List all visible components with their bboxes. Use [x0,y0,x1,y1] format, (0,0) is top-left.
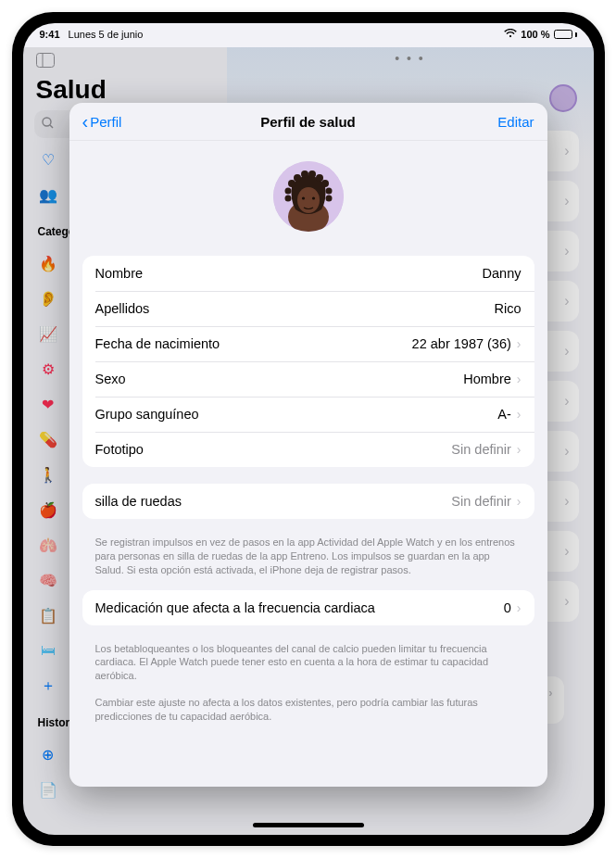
svg-point-9 [301,170,308,178]
chevron-right-icon: › [517,336,522,351]
modal-title: Perfil de salud [69,114,547,130]
medication-footer-2: Cambiar este ajuste no afecta a los dato… [69,696,547,737]
svg-point-7 [288,180,295,187]
health-profile-modal: ‹ Perfil Perfil de salud Editar [69,103,547,787]
sex-label: Sexo [95,372,126,386]
modal-body: Nombre Danny Apellidos Rico Fecha de nac… [69,141,547,787]
svg-point-12 [321,180,329,187]
profile-avatar[interactable] [273,161,344,232]
chevron-right-icon: › [517,494,522,509]
blood-label: Grupo sanguíneo [95,407,199,422]
blood-value: A- [497,407,511,422]
name-row: Nombre Danny [82,256,534,291]
sex-value: Hombre [463,372,511,386]
chevron-right-icon: › [517,372,522,386]
phototype-value: Sin definir [451,442,510,457]
chevron-right-icon: › [517,407,522,422]
chevron-right-icon: › [517,442,522,457]
wheelchair-label: silla de ruedas [95,494,182,509]
medication-row[interactable]: Medicación que afecta a la frecuencia ca… [82,590,534,625]
chevron-left-icon: ‹ [82,112,89,131]
svg-point-8 [294,174,301,182]
svg-point-11 [316,174,323,182]
screen: 9:41 Lunes 5 de junio 100 % [23,23,594,835]
back-label: Perfil [90,114,121,130]
personal-info-group: Nombre Danny Apellidos Rico Fecha de nac… [82,256,534,467]
sex-row[interactable]: Sexo Hombre› [82,361,534,397]
dob-row[interactable]: Fecha de nacimiento 22 abr 1987 (36)› [82,326,534,361]
surname-label: Apellidos [95,301,150,316]
svg-point-14 [325,188,332,195]
modal-header: ‹ Perfil Perfil de salud Editar [69,103,547,141]
blood-row[interactable]: Grupo sanguíneo A-› [82,397,534,432]
dob-label: Fecha de nacimiento [95,336,220,351]
medication-group: Medicación que afecta a la frecuencia ca… [82,590,534,625]
medication-footer-1: Los betabloqueantes o los bloqueantes de… [69,642,547,697]
phototype-label: Fototipo [95,442,144,457]
surname-row: Apellidos Rico [82,291,534,326]
wheelchair-value: Sin definir [451,494,510,509]
phototype-row[interactable]: Fototipo Sin definir› [82,432,534,467]
wheelchair-footer: Se registran impulsos en vez de pasos en… [69,536,547,590]
svg-point-16 [325,196,332,202]
avatar-container [69,141,547,256]
ipad-frame: 9:41 Lunes 5 de junio 100 % [12,12,605,846]
svg-point-18 [301,196,304,199]
back-button[interactable]: ‹ Perfil [82,112,122,131]
medication-value: 0 [504,600,511,615]
name-value: Danny [483,266,522,281]
wheelchair-group: silla de ruedas Sin definir› [82,484,534,519]
medication-label: Medicación que afecta a la frecuencia ca… [95,600,375,615]
name-label: Nombre [95,266,144,281]
dob-value: 22 abr 1987 (36) [412,336,511,351]
svg-point-19 [311,196,314,199]
svg-point-15 [284,196,291,202]
wheelchair-row[interactable]: silla de ruedas Sin definir› [82,484,534,519]
edit-button[interactable]: Editar [497,114,534,130]
surname-value: Rico [494,301,521,316]
svg-point-10 [308,170,316,178]
svg-point-13 [284,188,291,195]
chevron-right-icon: › [517,600,522,615]
home-indicator[interactable] [253,823,364,827]
